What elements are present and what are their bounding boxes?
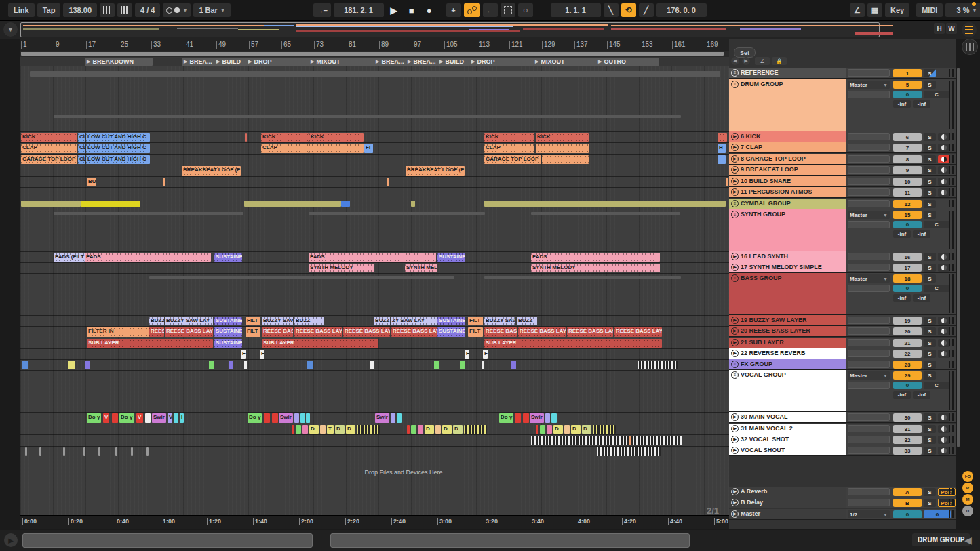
time-signature-field[interactable]: 4 / 4 <box>135 3 160 17</box>
clip[interactable] <box>296 425 301 434</box>
clip[interactable]: SYNTH MEL <box>405 264 437 272</box>
solo-button[interactable]: S <box>924 188 936 197</box>
solo-button[interactable]: S <box>924 361 936 369</box>
lane-main-vocal[interactable]: Do yVDo yVSwirVIDo ySwirSwirDo ySwir <box>20 413 729 424</box>
input-field[interactable] <box>848 350 890 357</box>
track-header[interactable]: ▶19 BUZZY SAW LAYER19S <box>729 315 956 326</box>
locator[interactable]: ▶BREA... <box>182 58 215 66</box>
clip[interactable]: D <box>582 425 591 434</box>
clip[interactable]: D <box>453 425 463 434</box>
track-name[interactable]: ▶7 CLAP <box>729 142 846 152</box>
clip[interactable]: T <box>327 425 334 434</box>
clip[interactable] <box>718 133 727 142</box>
pan-knob[interactable]: 0 <box>893 91 922 98</box>
clip[interactable] <box>726 178 728 186</box>
track-name[interactable]: ≡VOCAL GROUP <box>729 370 846 411</box>
clip[interactable]: SYNTH MELODY <box>531 264 660 272</box>
clip[interactable] <box>131 447 133 456</box>
set-button[interactable]: Set <box>734 47 756 58</box>
track-name[interactable]: ▶B Delay <box>729 497 846 508</box>
clip[interactable] <box>81 201 140 207</box>
solo-button[interactable]: S <box>924 264 936 272</box>
clip[interactable] <box>229 361 233 369</box>
beat-time-ruler[interactable]: 1917253341495765738189971051131211291371… <box>20 39 729 52</box>
clip[interactable]: PADS <box>85 253 211 262</box>
clip[interactable]: SUB LAYER <box>484 339 662 348</box>
track-name[interactable]: ≡FX GROUP <box>729 359 846 369</box>
clip[interactable]: BUZZ <box>149 317 164 325</box>
clip[interactable]: BUIL <box>87 178 96 186</box>
track-header[interactable]: ▶20 REESE BASS LAYER20S <box>729 326 956 337</box>
clip[interactable]: REESE BASS LAY <box>343 327 390 337</box>
clip[interactable]: CL <box>78 133 85 142</box>
optimize-width-button[interactable]: W <box>946 23 957 34</box>
track-activator[interactable]: 23 <box>893 361 922 369</box>
clip[interactable]: D <box>309 425 319 434</box>
track-activator[interactable]: 9 <box>893 166 922 174</box>
clip[interactable]: F <box>483 350 488 359</box>
solo-button[interactable]: S <box>924 69 936 77</box>
track-activator[interactable]: 33 <box>893 447 922 455</box>
solo-button[interactable]: S <box>924 447 936 455</box>
track-header[interactable]: ▶11 PERCUSSION ATMOS11S <box>729 187 956 198</box>
clip[interactable]: D <box>335 425 345 434</box>
clip[interactable]: CLAP <box>484 144 534 153</box>
locator[interactable]: ▶BREA... <box>406 58 438 66</box>
track-header[interactable]: ≡REFERENCE1S <box>729 68 956 79</box>
clip[interactable]: SYNTH MELODY <box>309 264 374 272</box>
group-fold-icon[interactable]: ≡ <box>731 274 739 282</box>
solo-button[interactable]: S <box>924 499 936 507</box>
solo-button[interactable]: S <box>924 166 936 174</box>
clip[interactable] <box>63 447 65 456</box>
clip[interactable]: Swir <box>375 413 389 423</box>
track-header[interactable]: ≡VOCAL GROUPMaster▼29S0C-inf-inf <box>729 370 956 412</box>
track-fold-icon[interactable]: ▶ <box>731 436 739 443</box>
track-header[interactable]: ≡CYMBAL GROUP12S <box>729 199 956 209</box>
input-field[interactable] <box>848 155 890 163</box>
track-name[interactable]: ▶9 BREAKEAT LOOP <box>729 165 846 175</box>
clip[interactable]: SUSTAINE <box>437 253 465 262</box>
pan-knob[interactable]: 0 <box>893 382 922 389</box>
volume-field[interactable]: -inf <box>893 294 911 302</box>
clip[interactable]: BREAKBEAT LOOP (F <box>182 166 241 176</box>
mixer-section-toggle-r[interactable]: R <box>962 483 973 493</box>
track-fold-icon[interactable]: ▶ <box>731 327 739 335</box>
clip[interactable] <box>460 361 465 369</box>
clip[interactable]: SUSTAINE <box>437 317 465 325</box>
clip[interactable] <box>292 425 294 434</box>
track-name[interactable]: ▶22 REVERSE REVERB <box>729 348 846 359</box>
back-arrow-button[interactable]: ◀ <box>731 57 739 65</box>
input-field[interactable] <box>848 188 890 196</box>
nudge-up-button[interactable] <box>117 3 132 17</box>
track-header[interactable]: ▶7 CLAP7S <box>729 142 956 153</box>
lane-sub-layer[interactable]: SUB LAYERSUSTAINESUB LAYERSUB LAYER <box>20 338 729 349</box>
track-activator[interactable]: 30 <box>893 413 922 422</box>
clip[interactable] <box>115 447 117 456</box>
track-header[interactable]: ▶9 BREAKEAT LOOP9S <box>729 165 956 176</box>
lane-vocal-shot[interactable] <box>20 435 729 447</box>
lane-cymbal-group[interactable] <box>20 199 729 209</box>
clip[interactable]: H <box>718 144 726 153</box>
lane-buzzy-saw[interactable]: BUZZBUZZY SAW LAYSUSTAINEFILTBUZZY SAVBU… <box>20 316 729 327</box>
track-name[interactable]: ≡CYMBAL GROUP <box>729 199 846 209</box>
solo-button[interactable]: S <box>924 413 936 422</box>
track-header[interactable]: ▶21 SUB LAYER21S <box>729 338 956 348</box>
clip[interactable]: KICK <box>536 133 589 142</box>
clip[interactable]: GARAGE TOP LOOP <box>484 155 541 164</box>
clip[interactable]: BREAKBEAT LOOP (F <box>406 166 465 176</box>
notification-dot[interactable] <box>972 2 976 6</box>
clip[interactable]: CL <box>78 155 85 164</box>
clip[interactable]: FILTER IN <box>87 327 149 337</box>
clip[interactable]: SUSTAINE <box>214 339 242 348</box>
solo-button[interactable]: S <box>924 144 936 152</box>
track-header[interactable]: ▶22 REVERSE REVERB22S <box>729 348 956 359</box>
clip[interactable]: Do y <box>248 413 262 423</box>
capture-midi-button[interactable] <box>501 3 515 17</box>
group-fold-icon[interactable]: ≡ <box>731 69 739 77</box>
track-activator[interactable]: 20 <box>893 327 922 335</box>
clip[interactable]: Swir <box>279 413 293 423</box>
track-activator[interactable]: 16 <box>893 253 922 261</box>
clip[interactable]: F <box>241 350 246 359</box>
stop-button[interactable]: ■ <box>404 3 419 17</box>
forward-arrow-button[interactable]: ▶ <box>742 57 750 65</box>
